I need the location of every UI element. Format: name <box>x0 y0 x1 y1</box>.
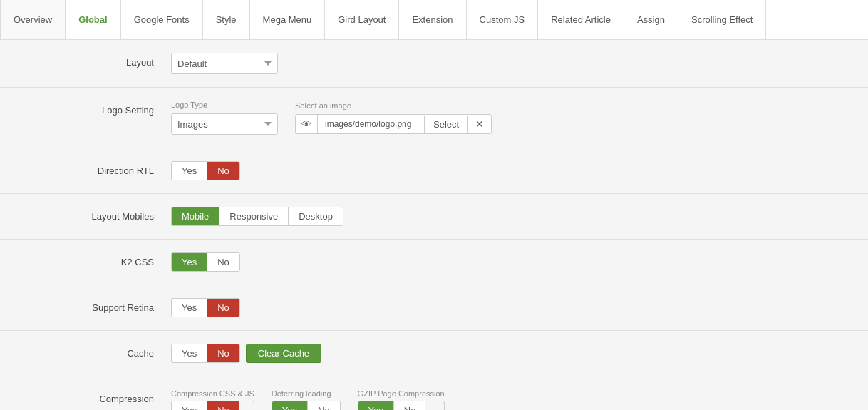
compression-deferring-yes[interactable]: Yes <box>272 401 307 410</box>
select-image-group: Select an image 👁 images/demo/logo.png S… <box>295 101 492 134</box>
support-retina-row: Support Retina Yes No <box>0 285 868 331</box>
layout-control: Default Full Width Boxed <box>171 53 854 74</box>
compression-css-js-item: Compression CSS & JS Yes No <box>171 389 254 410</box>
logo-setting-group: Logo Type Images Text Both Select an ima… <box>171 101 492 135</box>
tab-scrolling-effect[interactable]: Scrolling Effect <box>678 0 766 39</box>
image-path-text: images/demo/logo.png <box>318 116 425 133</box>
compression-deferring-toggle: Yes No <box>272 401 341 410</box>
layout-label: Layout <box>14 53 171 68</box>
close-image-button[interactable]: ✕ <box>468 115 491 133</box>
cache-row: Cache Yes No Clear Cache <box>0 331 868 376</box>
cache-no[interactable]: No <box>207 344 239 362</box>
cache-control: Yes No Clear Cache <box>171 344 854 363</box>
cache-label: Cache <box>14 344 171 359</box>
support-retina-yes[interactable]: Yes <box>172 299 207 317</box>
direction-rtl-toggle: Yes No <box>171 161 240 180</box>
layout-select[interactable]: Default Full Width Boxed <box>171 53 278 74</box>
compression-gzip-yes[interactable]: Yes <box>358 401 393 410</box>
tab-global[interactable]: Global <box>66 0 120 39</box>
tab-google-fonts[interactable]: Google Fonts <box>121 0 203 39</box>
logo-type-select[interactable]: Images Text Both <box>171 113 278 135</box>
logo-setting-control: Logo Type Images Text Both Select an ima… <box>171 101 854 135</box>
direction-rtl-yes[interactable]: Yes <box>172 162 207 180</box>
tab-style[interactable]: Style <box>203 0 250 39</box>
tab-assign[interactable]: Assign <box>624 0 678 39</box>
eye-icon[interactable]: 👁 <box>296 115 318 133</box>
content-area: Layout Default Full Width Boxed Logo Set… <box>0 40 868 410</box>
compression-deferring-item: Deferring loading Yes No <box>272 389 341 410</box>
compression-gzip-label: GZIP Page Compression <box>358 389 445 398</box>
support-retina-no[interactable]: No <box>207 299 239 317</box>
compression-deferring-label: Deferring loading <box>272 389 341 398</box>
k2-css-no[interactable]: No <box>207 253 239 271</box>
k2-css-label: K2 CSS <box>14 252 171 267</box>
compression-row: Compression Compression CSS & JS Yes No … <box>0 376 868 410</box>
support-retina-control: Yes No <box>171 298 854 317</box>
tab-overview[interactable]: Overview <box>0 0 66 39</box>
logo-type-label: Logo Type <box>171 101 278 109</box>
tab-gird-layout[interactable]: Gird Layout <box>325 0 399 39</box>
layout-mobiles-control: Mobile Responsive Desktop <box>171 207 854 226</box>
image-path-group: 👁 images/demo/logo.png Select ✕ <box>295 114 492 134</box>
cache-toggle: Yes No <box>171 344 240 363</box>
layout-desktop-button[interactable]: Desktop <box>288 207 343 225</box>
direction-rtl-label: Direction RTL <box>14 161 171 176</box>
direction-rtl-no[interactable]: No <box>207 162 239 180</box>
layout-mobiles-group: Mobile Responsive Desktop <box>171 207 343 226</box>
logo-type-group: Logo Type Images Text Both <box>171 101 278 135</box>
select-image-button[interactable]: Select <box>425 116 468 133</box>
direction-rtl-control: Yes No <box>171 161 854 180</box>
cache-yes[interactable]: Yes <box>172 344 207 362</box>
layout-responsive-button[interactable]: Responsive <box>219 207 288 225</box>
layout-row: Layout Default Full Width Boxed <box>0 40 868 88</box>
compression-css-js-yes[interactable]: Yes <box>172 401 207 410</box>
compression-css-js-no[interactable]: No <box>207 401 239 410</box>
logo-setting-row: Logo Setting Logo Type Images Text Both … <box>0 88 868 148</box>
k2-css-row: K2 CSS Yes No <box>0 240 868 285</box>
layout-mobiles-row: Layout Mobiles Mobile Responsive Desktop <box>0 194 868 240</box>
support-retina-toggle: Yes No <box>171 298 240 317</box>
k2-css-yes[interactable]: Yes <box>172 253 207 271</box>
compression-label: Compression <box>14 389 171 404</box>
select-image-label: Select an image <box>295 101 492 110</box>
layout-mobiles-label: Layout Mobiles <box>14 207 171 222</box>
tab-related-article[interactable]: Related Article <box>538 0 624 39</box>
compression-css-js-toggle: Yes No <box>171 401 254 410</box>
support-retina-label: Support Retina <box>14 298 171 313</box>
tab-mega-menu[interactable]: Mega Menu <box>250 0 326 39</box>
compression-css-js-label: Compression CSS & JS <box>171 389 254 398</box>
direction-rtl-row: Direction RTL Yes No <box>0 148 868 194</box>
logo-setting-label: Logo Setting <box>14 101 171 116</box>
layout-mobile-button[interactable]: Mobile <box>172 207 219 225</box>
tab-extension[interactable]: Extension <box>399 0 466 39</box>
tab-custom-js[interactable]: Custom JS <box>467 0 539 39</box>
clear-cache-button[interactable]: Clear Cache <box>246 344 321 363</box>
compression-gzip-toggle: Yes No <box>358 401 445 410</box>
compression-gzip-no[interactable]: No <box>393 401 426 410</box>
compression-gzip-item: GZIP Page Compression Yes No <box>358 389 445 410</box>
compression-group: Compression CSS & JS Yes No Deferring lo… <box>171 389 445 410</box>
logo-type-row: Logo Type Images Text Both Select an ima… <box>171 101 492 135</box>
k2-css-toggle: Yes No <box>171 252 240 272</box>
k2-css-control: Yes No <box>171 252 854 272</box>
tab-bar: Overview Global Google Fonts Style Mega … <box>0 0 868 40</box>
compression-deferring-no[interactable]: No <box>307 401 340 410</box>
compression-control: Compression CSS & JS Yes No Deferring lo… <box>171 389 854 410</box>
